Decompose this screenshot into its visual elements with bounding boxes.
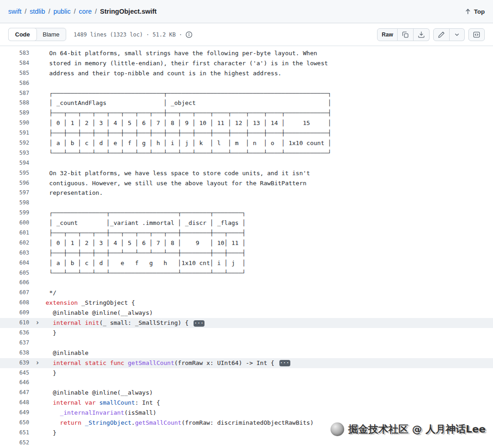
fold-spacer xyxy=(29,338,46,348)
separator-dot: · xyxy=(146,31,149,38)
toolbar-right: Raw xyxy=(377,28,485,41)
scroll-to-top-button[interactable]: Top xyxy=(464,8,485,15)
breadcrumb-link-public[interactable]: public xyxy=(53,8,71,15)
line-number[interactable]: 648 xyxy=(0,398,29,408)
code-line-603: 603 ├───┼───┼───┼───┼───┴───┴───┴───┴───… xyxy=(0,248,493,258)
line-number[interactable]: 596 xyxy=(0,178,29,188)
symbols-panel-button[interactable] xyxy=(468,28,485,41)
code-token: ┌───────────────────────────────┬───────… xyxy=(46,90,331,97)
raw-button[interactable]: Raw xyxy=(377,28,398,41)
code-token: │ 0 │ 1 │ 2 │ 3 │ 4 │ 5 │ 6 │ 7 │ 8 │ 9 … xyxy=(46,120,331,126)
fold-spacer xyxy=(29,248,46,258)
line-number[interactable]: 636 xyxy=(0,328,29,338)
line-number[interactable]: 588 xyxy=(0,98,29,108)
code-token: */ xyxy=(46,289,56,296)
breadcrumb-link-stdlib[interactable]: stdlib xyxy=(30,8,45,15)
fold-spacer xyxy=(29,58,46,68)
fold-chevron-icon[interactable]: › xyxy=(29,358,46,368)
line-number[interactable]: 598 xyxy=(0,198,29,208)
line-number[interactable]: 583 xyxy=(0,48,29,58)
fold-spacer xyxy=(29,108,46,118)
line-number[interactable]: 605 xyxy=(0,268,29,278)
line-number[interactable]: 645 xyxy=(0,368,29,378)
line-number[interactable]: 597 xyxy=(0,188,29,198)
line-number[interactable]: 595 xyxy=(0,168,29,178)
code-line-594: 594 xyxy=(0,158,493,168)
code-line-608: 608extension _StringObject { xyxy=(0,298,493,308)
line-number[interactable]: 650 xyxy=(0,418,29,428)
fold-chevron-icon[interactable]: › xyxy=(29,318,46,328)
line-number[interactable]: 589 xyxy=(0,108,29,118)
code-line-586: 586 xyxy=(0,78,493,89)
breadcrumb-link-core[interactable]: core xyxy=(79,8,92,15)
code-text: │ 0 │ 1 │ 2 │ 3 │ 4 │ 5 │ 6 │ 7 │ 8 │ 9 … xyxy=(46,118,331,128)
line-number[interactable]: 594 xyxy=(0,158,29,168)
code-token xyxy=(81,419,85,426)
line-number[interactable]: 649 xyxy=(0,408,29,418)
code-token: @inlinable @inline(__always) xyxy=(46,309,153,316)
line-number[interactable]: 599 xyxy=(0,208,29,218)
code-line-600: 600 │ _count │_variant .immortal │ _disc… xyxy=(0,218,493,228)
breadcrumb-current-file: StringObject.swift xyxy=(100,8,157,15)
line-number[interactable]: 587 xyxy=(0,89,29,99)
fold-spacer xyxy=(29,118,46,128)
line-number[interactable]: 637 xyxy=(0,338,29,348)
file-lines-info: 1489 lines (1323 loc) xyxy=(73,31,143,38)
code-token: getSmallCount xyxy=(135,419,182,426)
line-number[interactable]: 651 xyxy=(0,428,29,438)
edit-dropdown-button[interactable] xyxy=(450,28,465,41)
line-number[interactable]: 610 xyxy=(0,318,29,328)
code-line-605: 605 └───┴───┴───┴───┴───────────────────… xyxy=(0,268,493,278)
code-token: ├───┼───┼───┼───┼───┼───┼───┼───┼───┼───… xyxy=(46,130,331,136)
code-line-591: 591 ├───┼───┼───┼───┼───┼───┼───┼───┼───… xyxy=(0,128,493,138)
line-number[interactable]: 647 xyxy=(0,388,29,398)
fold-spacer xyxy=(29,398,46,408)
line-number[interactable]: 607 xyxy=(0,288,29,298)
code-token: _StringObject { xyxy=(78,299,135,306)
line-number[interactable]: 608 xyxy=(0,298,29,308)
code-line-590: 590 │ 0 │ 1 │ 2 │ 3 │ 4 │ 5 │ 6 │ 7 │ 8 … xyxy=(0,118,493,128)
line-number[interactable]: 593 xyxy=(0,148,29,158)
line-number[interactable]: 586 xyxy=(0,78,29,89)
expand-collapsed-code-button[interactable]: ··· xyxy=(279,360,290,366)
code-line-648: 648 internal var smallCount: Int { xyxy=(0,398,493,408)
code-token xyxy=(46,409,60,416)
line-number[interactable]: 600 xyxy=(0,218,29,228)
breadcrumb-bar: swift/stdlib/public/core/StringObject.sw… xyxy=(0,0,493,23)
fold-spacer xyxy=(29,278,46,288)
fold-spacer xyxy=(29,238,46,248)
code-text: @inlinable xyxy=(46,348,89,358)
edit-file-button[interactable] xyxy=(433,28,450,41)
line-number[interactable]: 652 xyxy=(0,438,29,448)
line-number[interactable]: 602 xyxy=(0,238,29,248)
line-number[interactable]: 604 xyxy=(0,258,29,268)
expand-collapsed-code-button[interactable]: ··· xyxy=(194,320,205,327)
line-number[interactable]: 585 xyxy=(0,68,29,78)
line-number[interactable]: 584 xyxy=(0,58,29,68)
download-raw-button[interactable] xyxy=(414,28,430,41)
line-number[interactable]: 609 xyxy=(0,308,29,318)
code-line-646: 646 xyxy=(0,378,493,388)
line-number[interactable]: 592 xyxy=(0,138,29,148)
code-text: ├───┬───┬───┬───┬───┬───┬───┬───┼───┬───… xyxy=(46,108,331,118)
breadcrumb-link-swift[interactable]: swift xyxy=(8,8,21,15)
line-number[interactable]: 590 xyxy=(0,118,29,128)
tab-code[interactable]: Code xyxy=(8,28,37,41)
code-text: @inlinable @inline(__always) xyxy=(46,388,153,398)
line-number[interactable]: 606 xyxy=(0,278,29,288)
line-number[interactable]: 601 xyxy=(0,228,29,238)
code-text: │ _countAndFlags │ _object │ xyxy=(46,98,331,108)
copy-raw-button[interactable] xyxy=(398,28,414,41)
code-token: : Int { xyxy=(135,399,160,406)
line-number[interactable]: 646 xyxy=(0,378,29,388)
tab-blame[interactable]: Blame xyxy=(37,28,66,41)
line-number[interactable]: 603 xyxy=(0,248,29,258)
raw-actions-group: Raw xyxy=(377,28,430,41)
line-number[interactable]: 639 xyxy=(0,358,29,368)
separator-dot: · xyxy=(179,31,182,38)
line-number[interactable]: 638 xyxy=(0,348,29,358)
fold-spacer xyxy=(29,78,46,89)
code-token: (fromRaw: discriminatedObjectRawBits) xyxy=(181,419,314,426)
info-icon[interactable] xyxy=(185,31,193,38)
line-number[interactable]: 591 xyxy=(0,128,29,138)
